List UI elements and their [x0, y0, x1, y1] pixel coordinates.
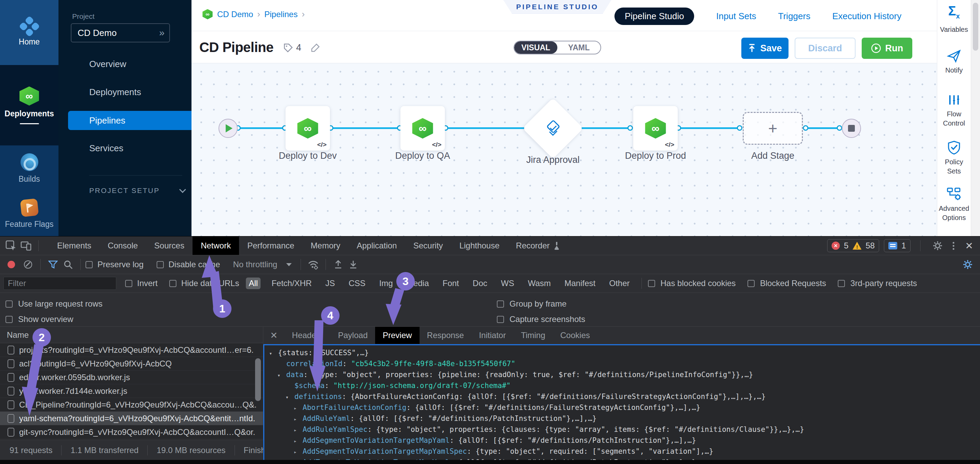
filter-chip-other[interactable]: Other: [606, 277, 632, 289]
nav-item-services[interactable]: Services: [89, 143, 123, 154]
devtools-tab-memory[interactable]: Memory: [302, 236, 349, 255]
issues-badge[interactable]: 1: [884, 239, 910, 252]
nav-item-deployments[interactable]: Deployments: [89, 87, 141, 97]
import-har-icon[interactable]: [331, 257, 346, 272]
filter-chip-js[interactable]: JS: [323, 277, 338, 289]
sidebar-item-builds[interactable]: Builds: [0, 145, 59, 191]
network-settings-gear-icon[interactable]: [960, 257, 975, 272]
request-row[interactable]: editor.worker.0595db.worker.js: [0, 371, 263, 384]
throttling-select[interactable]: No throttling: [233, 260, 277, 269]
filter-chip-all[interactable]: All: [246, 277, 261, 289]
close-details-icon[interactable]: ✕: [263, 327, 285, 344]
json-preview-line[interactable]: ▸AddRuleYamlSpec: {type: "object", prope…: [264, 424, 980, 435]
close-devtools-icon[interactable]: ✕: [962, 240, 977, 252]
stage-deploy-to-qa[interactable]: ∞ </>: [401, 106, 445, 151]
page-scrollbar[interactable]: [971, 0, 980, 236]
devtools-tab-performance[interactable]: Performance: [239, 236, 302, 255]
pipeline-start-node[interactable]: [218, 119, 238, 138]
request-row[interactable]: yaml.worker.7d144e.worker.js: [0, 384, 263, 398]
filter-input[interactable]: [3, 277, 116, 290]
request-list-scrollbar[interactable]: [255, 358, 261, 401]
filter-chip-font[interactable]: Font: [440, 277, 461, 289]
json-preview-line[interactable]: ▸AddSegmentToVariationTargetMapYaml: {al…: [264, 435, 980, 446]
json-preview-line[interactable]: ▸AbortFailureActionConfig: {allOf: [{$re…: [264, 402, 980, 413]
edit-pipeline-button[interactable]: [310, 42, 321, 53]
expand-closed-icon[interactable]: ▸: [294, 446, 302, 458]
filter-toggle-blocked-requests[interactable]: Blocked Requests: [748, 279, 826, 288]
devtools-tab-application[interactable]: Application: [348, 236, 405, 255]
sidebar-item-home[interactable]: Home: [0, 0, 59, 65]
project-selector[interactable]: CD Demo »: [71, 23, 170, 42]
expand-open-icon[interactable]: ▾: [269, 348, 278, 359]
search-icon[interactable]: [60, 257, 76, 272]
export-har-icon[interactable]: [346, 257, 361, 272]
preview-pane[interactable]: ▾{status: "SUCCESS",…} correlationId: "c…: [263, 344, 980, 460]
header-tab-triggers[interactable]: Triggers: [778, 11, 810, 22]
flow-control-button[interactable]: Flow Control: [937, 93, 971, 128]
request-row[interactable]: acl?routingId=6_vVHzo9Qeu9fXvj-AcbCQ: [0, 357, 263, 371]
notify-button[interactable]: Notify: [937, 49, 971, 75]
use-large-rows-option[interactable]: Use large request rows: [5, 299, 103, 309]
stage-deploy-to-dev[interactable]: ∞ </>: [286, 106, 330, 151]
capture-screenshots-option[interactable]: Capture screenshots: [497, 314, 585, 324]
visual-yaml-toggle[interactable]: VISUAL YAML: [514, 41, 601, 54]
discard-button[interactable]: Discard: [795, 38, 856, 59]
expand-closed-icon[interactable]: ▸: [294, 414, 302, 425]
expand-project-icon[interactable]: »: [159, 27, 163, 38]
preserve-log-checkbox[interactable]: [86, 261, 93, 268]
invert-checkbox[interactable]: [125, 280, 132, 287]
disable-cache-checkbox[interactable]: [157, 261, 164, 268]
show-overview-option[interactable]: Show overview: [5, 314, 73, 324]
toggle-visual[interactable]: VISUAL: [514, 41, 557, 54]
header-tab-execution-history[interactable]: Execution History: [832, 11, 901, 22]
device-toolbar-icon[interactable]: [19, 238, 33, 253]
json-preview-line[interactable]: ▸AddSegmentToVariationTargetMapYamlSpec:…: [264, 446, 980, 457]
details-tab-response[interactable]: Response: [420, 327, 471, 344]
json-preview-line[interactable]: ▾{status: "SUCCESS",…}: [264, 347, 980, 358]
filter-chip-css[interactable]: CSS: [346, 277, 368, 289]
expand-closed-icon[interactable]: ▸: [294, 435, 302, 446]
filter-funnel-icon[interactable]: [46, 257, 60, 272]
nav-item-overview[interactable]: Overview: [89, 59, 126, 69]
json-preview-line[interactable]: ▾data: {type: "object", properties: {pip…: [264, 369, 980, 380]
filter-toggle-has-blocked-cookies[interactable]: Has blocked cookies: [648, 279, 736, 288]
console-errors-warnings-badge[interactable]: ✕ 5 ! 58: [827, 239, 879, 252]
stage-deploy-to-prod[interactable]: ∞ </>: [633, 106, 678, 151]
variables-button[interactable]: Σx Variables: [937, 5, 971, 34]
details-tab-preview[interactable]: Preview: [375, 327, 419, 344]
devtools-tab-console[interactable]: Console: [100, 236, 146, 255]
filter-chip-doc[interactable]: Doc: [470, 277, 490, 289]
details-tab-headers[interactable]: Headers: [285, 327, 331, 344]
expand-closed-icon[interactable]: ▸: [294, 425, 302, 435]
filter-chip-img[interactable]: Img: [377, 277, 396, 289]
devtools-tab-network[interactable]: Network: [192, 236, 239, 255]
expand-open-icon[interactable]: ▾: [286, 392, 294, 403]
group-by-frame-option[interactable]: Group by frame: [497, 299, 566, 309]
request-row[interactable]: yaml-schema?routingId=6_vVHzo9Qeu9fXvj-A…: [0, 411, 263, 425]
policy-sets-button[interactable]: Policy Sets: [937, 140, 971, 176]
request-row[interactable]: git-sync?routingId=6_vVHzo9Qeu9fXvj-AcbC…: [0, 425, 263, 439]
request-row[interactable]: CD_Pipeline?routingId=6_vVHzo9Qeu9fXvj-A…: [0, 398, 263, 411]
details-tab-payload[interactable]: Payload: [331, 327, 375, 344]
devtools-tab-sources[interactable]: Sources: [146, 236, 192, 255]
filter-chip-fetch-xhr[interactable]: Fetch/XHR: [269, 277, 314, 289]
throttling-caret-icon[interactable]: [286, 263, 292, 266]
json-preview-line[interactable]: $schema: "http://json-schema.org/draft-0…: [264, 380, 980, 391]
json-preview-line[interactable]: correlationId: "cb54c3b2-9ffe-49f8-a48e-…: [264, 358, 980, 369]
advanced-options-button[interactable]: Advanced Options: [937, 187, 971, 222]
breadcrumb-project[interactable]: CD Demo: [217, 10, 253, 19]
devtools-tab-lighthouse[interactable]: Lighthouse: [451, 236, 508, 255]
pipeline-end-node[interactable]: [842, 119, 861, 138]
record-network-log-button[interactable]: [8, 261, 15, 268]
add-stage-button[interactable]: +: [743, 112, 803, 145]
expand-closed-icon[interactable]: ▸: [294, 403, 302, 414]
details-tab-cookies[interactable]: Cookies: [553, 327, 598, 344]
nav-item-pipelines[interactable]: Pipelines: [68, 111, 191, 130]
json-preview-line[interactable]: ▸AddRuleYaml: {allOf: [{$ref: "#/definit…: [264, 413, 980, 424]
details-tab-initiator[interactable]: Initiator: [471, 327, 514, 344]
breadcrumb-pipelines[interactable]: Pipelines: [264, 10, 298, 19]
settings-gear-icon[interactable]: [930, 238, 945, 253]
inspect-element-icon[interactable]: [3, 238, 19, 253]
hide-data-urls-checkbox[interactable]: [169, 280, 177, 287]
devtools-tab-recorder[interactable]: Recorder: [508, 236, 568, 255]
